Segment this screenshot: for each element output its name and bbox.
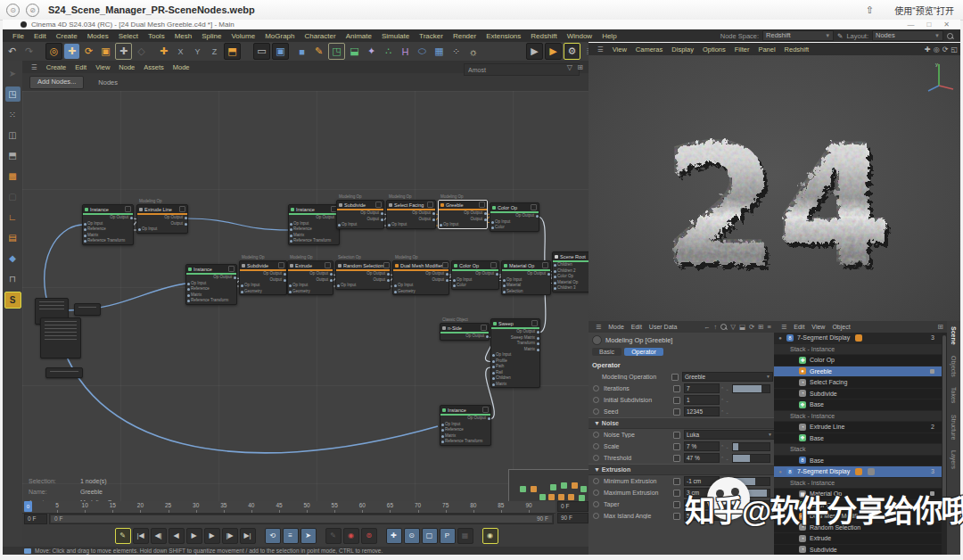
anim-dot[interactable]	[593, 501, 599, 507]
node-menu-view[interactable]: View	[95, 63, 110, 71]
menu-file[interactable]: File	[12, 32, 24, 40]
share-icon[interactable]: ⇧	[866, 4, 874, 16]
go-to-start-button[interactable]: |◀	[133, 528, 149, 544]
timeline-range-bar[interactable]: 0 F90 F	[49, 514, 554, 524]
anim-dot[interactable]	[593, 490, 599, 496]
points-mode-icon[interactable]: ⁙	[5, 107, 21, 122]
x-lock-icon[interactable]: X	[173, 44, 188, 59]
node-collapse-button[interactable]	[427, 202, 433, 208]
timeline-playhead[interactable]: 0	[24, 501, 32, 512]
menu-redshift[interactable]: Redshift	[531, 32, 556, 40]
last-tool-icon[interactable]: ✚	[115, 43, 132, 60]
menu-edit[interactable]: Edit	[34, 32, 46, 40]
group-extrusion[interactable]: ▼ Extrusion	[588, 464, 774, 475]
node-output-port[interactable]: Op Output	[440, 334, 489, 340]
node-collapse-button[interactable]	[481, 325, 487, 331]
render-view-icon[interactable]: ▭	[253, 43, 270, 60]
node-collapse-button[interactable]	[542, 262, 548, 268]
node-menu-node[interactable]: Node	[119, 63, 135, 71]
brush-tool-button[interactable]: ✎	[115, 528, 131, 544]
y-lock-icon[interactable]: Y	[190, 44, 205, 59]
menu-render[interactable]: Render	[453, 32, 476, 40]
menu-spline[interactable]: Spline	[202, 32, 221, 40]
next-key-button[interactable]: |▶	[222, 528, 238, 544]
next-frame-button[interactable]: ▶	[204, 528, 220, 544]
attr-dropdown[interactable]: Luka▼	[684, 430, 774, 440]
scene-row-color-op[interactable]: ✚Color Op	[774, 355, 942, 366]
node-collapse-button[interactable]	[531, 320, 538, 326]
z-lock-icon[interactable]: Z	[207, 44, 222, 59]
simulation-icon[interactable]: ⬭	[415, 44, 430, 59]
attr-dropdown[interactable]: Greeble▼	[682, 372, 773, 382]
node-collapse-button[interactable]	[125, 206, 131, 212]
tab-nodes[interactable]: Nodes	[98, 78, 118, 86]
stepper-icon[interactable]: ⌃ ⌄	[720, 456, 729, 461]
open-with-preview-button[interactable]: 使用“预览”打开	[894, 4, 954, 17]
spline-pen-icon[interactable]: ✎	[311, 44, 326, 59]
attr-value-field[interactable]: 47 %	[684, 453, 720, 463]
attr-value-field[interactable]: 7 %	[684, 441, 720, 451]
graph-node-instance[interactable]: InstanceOp OutputOp InputReferenceMatrix…	[440, 405, 491, 446]
menu-character[interactable]: Character	[305, 32, 336, 40]
node-input-port[interactable]: Color	[490, 225, 539, 231]
stack-group[interactable]: Stack - Instance	[774, 411, 942, 423]
quantize-icon[interactable]: S	[4, 292, 21, 309]
scene-row-7-segment-display[interactable]: ●87-Segment Display3	[774, 466, 942, 478]
timeline-ruler[interactable]: 0 51015202530354045505560657075808590	[22, 501, 556, 514]
node-input-port[interactable]: Reference Transform	[186, 298, 236, 304]
stack-group[interactable]: Stack	[774, 444, 942, 456]
scale-tool-icon[interactable]: ▣	[98, 44, 113, 59]
stepper-icon[interactable]: ⌃ ⌄	[720, 409, 729, 415]
attr-checkbox[interactable]	[673, 455, 680, 462]
attr-checkbox[interactable]	[671, 374, 679, 381]
attr-menu-edit[interactable]: Edit	[631, 324, 642, 330]
node-space-dropdown[interactable]: Redshift▼	[762, 30, 834, 41]
attr-checkbox[interactable]	[673, 443, 680, 450]
key-rotation-button[interactable]: ⊙	[404, 528, 420, 544]
render-active-view-button[interactable]: ▶	[526, 43, 543, 60]
close-button[interactable]: ✕	[943, 21, 950, 29]
workplane-icon[interactable]: ▤	[5, 230, 21, 245]
stack-group[interactable]: Stack - Instance	[774, 344, 942, 356]
search-icon[interactable]	[720, 324, 727, 330]
hamburger-icon[interactable]: ☰	[31, 63, 37, 71]
scene-row-base[interactable]: 8Base	[774, 456, 942, 467]
stepper-icon[interactable]: ⌃ ⌄	[720, 398, 729, 403]
node-collapse-button[interactable]	[383, 262, 390, 268]
menu-mograph[interactable]: MoGraph	[265, 32, 294, 40]
nav-block-icon[interactable]: ⊘	[26, 4, 39, 17]
graph-node-instance[interactable]: InstanceOp OutputOp InputReferenceMatrix…	[82, 204, 134, 245]
current-frame-field[interactable]: 0 F	[557, 501, 588, 512]
back-arrow-icon[interactable]: ←	[704, 323, 711, 331]
node-collapse-button[interactable]	[479, 202, 485, 208]
graph-node-random-selection[interactable]: Selection OpRandom SelectionOp OutputOut…	[335, 260, 391, 290]
scene-row-subdivide[interactable]: ◔Subdivide	[774, 389, 942, 400]
anim-dot[interactable]	[593, 432, 599, 438]
viewport-menu-view[interactable]: View	[613, 45, 627, 54]
minimize-button[interactable]: —	[907, 21, 914, 29]
node-editor-minimap[interactable]	[508, 469, 588, 501]
node-collapse-button[interactable]	[325, 262, 331, 268]
group-noise[interactable]: ▼ Noise	[588, 417, 774, 429]
menu-extensions[interactable]: Extensions	[486, 32, 521, 40]
attr-checkbox[interactable]	[673, 478, 680, 485]
scene-row-extrude[interactable]: ◔Extrude	[774, 533, 942, 545]
tab-operator[interactable]: Operator	[624, 348, 663, 356]
menu-volume[interactable]: Volume	[231, 32, 255, 40]
undo-icon[interactable]: ↶	[4, 44, 20, 59]
menu-animate[interactable]: Animate	[346, 32, 372, 40]
node-input-port[interactable]: Reference Transform	[83, 238, 133, 244]
node-input-port[interactable]: Matrix	[491, 382, 539, 388]
anim-dot[interactable]	[593, 443, 599, 449]
filter-icon[interactable]: ▽	[730, 323, 736, 331]
key-parameter-button[interactable]: P	[440, 528, 456, 544]
anim-dot[interactable]	[593, 513, 599, 519]
stepper-icon[interactable]: ⌃ ⌄	[720, 386, 729, 391]
attr-value-field[interactable]: 12345	[684, 407, 720, 416]
up-arrow-icon[interactable]: ↑	[713, 323, 717, 331]
attr-slider[interactable]	[732, 442, 770, 451]
graph-node-color-op[interactable]: Color OpOp OutputOp InputColor	[490, 202, 539, 232]
attr-menu-user-data[interactable]: User Data	[649, 324, 678, 330]
rotate-tool-icon[interactable]: ⟳	[81, 44, 96, 59]
attr-value-field[interactable]: 7	[684, 383, 720, 393]
